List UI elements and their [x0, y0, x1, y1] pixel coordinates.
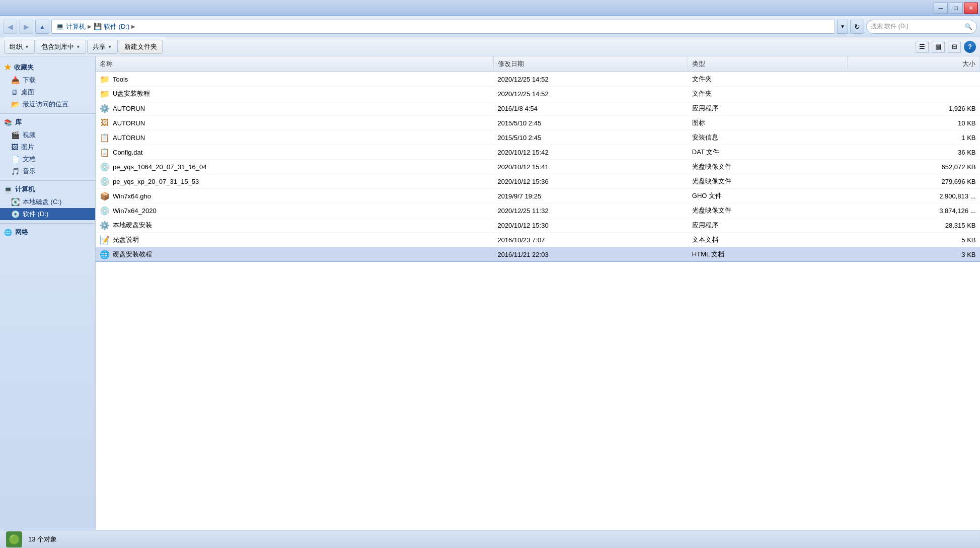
file-icon: 📁: [100, 89, 110, 99]
breadcrumb-computer[interactable]: 计算机: [66, 22, 86, 31]
forward-button[interactable]: ▶: [19, 20, 33, 34]
file-icon: 📦: [100, 191, 110, 201]
titlebar: ─ □ ✕: [0, 0, 980, 16]
sidebar-item-desktop[interactable]: 🖥 桌面: [0, 86, 95, 98]
table-row[interactable]: 🖼 AUTORUN 2015/5/10 2:45 图标 10 KB: [96, 116, 980, 130]
file-icon: 📁: [100, 74, 110, 84]
up-button[interactable]: ▲: [35, 20, 49, 34]
file-type: 光盘映像文件: [688, 160, 847, 174]
file-size: 1 KB: [847, 130, 980, 145]
c-drive-icon: 💽: [11, 198, 20, 206]
sidebar-network-header[interactable]: 🌐 网络: [0, 226, 95, 239]
sidebar-library-header[interactable]: 📚 库: [0, 116, 95, 129]
file-type: 文件夹: [688, 87, 847, 101]
organize-arrow: ▼: [25, 44, 29, 49]
file-icon: 📋: [100, 147, 110, 157]
video-icon: 🎬: [11, 131, 20, 139]
file-area: 名称 修改日期 类型 大小 📁 Tools 2020/12/25 14:52 文…: [96, 56, 980, 530]
table-row[interactable]: 📝 光盘说明 2016/10/23 7:07 文本文档 5 KB: [96, 233, 980, 247]
minimize-button[interactable]: ─: [934, 3, 948, 14]
maximize-button[interactable]: □: [949, 3, 963, 14]
file-size: [847, 72, 980, 87]
address-dropdown[interactable]: ▼: [837, 20, 848, 34]
file-name: 光盘说明: [113, 235, 139, 244]
col-size[interactable]: 大小: [847, 56, 980, 72]
view-details-button[interactable]: ▤: [932, 41, 945, 53]
file-type: HTML 文档: [688, 247, 847, 262]
file-icon: ⚙️: [100, 220, 110, 230]
include-library-button[interactable]: 包含到库中 ▼: [36, 40, 86, 54]
sidebar-d-drive-label: 软件 (D:): [23, 210, 48, 219]
file-name-cell: 📦 Win7x64.gho: [96, 189, 493, 203]
table-row[interactable]: 🌐 硬盘安装教程 2016/11/21 22:03 HTML 文档 3 KB: [96, 247, 980, 262]
col-type[interactable]: 类型: [688, 56, 847, 72]
sidebar: ★ 收藏夹 📥 下载 🖥 桌面 📂 最近访问的位置 📚 库: [0, 56, 96, 530]
col-name[interactable]: 名称: [96, 56, 493, 72]
sidebar-computer-header[interactable]: 💻 计算机: [0, 183, 95, 196]
search-bar[interactable]: 搜索 软件 (D:) 🔍: [866, 20, 977, 34]
file-type: 应用程序: [688, 218, 847, 233]
file-name-cell: ⚙️ AUTORUN: [96, 101, 493, 116]
file-size: 3,874,126 ...: [847, 203, 980, 218]
file-name: 硬盘安装教程: [113, 250, 152, 259]
file-name: Win7x64.gho: [113, 192, 151, 200]
sidebar-divider3: [0, 223, 95, 224]
refresh-button[interactable]: ↻: [850, 20, 864, 34]
organize-label: 组织: [10, 42, 23, 51]
desktop-icon: 🖥: [11, 88, 18, 96]
back-button[interactable]: ◀: [3, 20, 17, 34]
file-type: 应用程序: [688, 101, 847, 116]
file-icon: ⚙️: [100, 103, 110, 113]
sidebar-item-download[interactable]: 📥 下载: [0, 74, 95, 86]
file-name: AUTORUN: [113, 105, 145, 112]
table-row[interactable]: 💿 pe_yqs_1064_20_07_31_16_04 2020/10/12 …: [96, 160, 980, 174]
organize-button[interactable]: 组织 ▼: [4, 40, 35, 54]
table-row[interactable]: 📁 Tools 2020/12/25 14:52 文件夹: [96, 72, 980, 87]
close-button[interactable]: ✕: [964, 3, 978, 14]
sidebar-item-pictures[interactable]: 🖼 图片: [0, 141, 95, 153]
table-row[interactable]: ⚙️ 本地硬盘安装 2020/10/12 15:30 应用程序 28,315 K…: [96, 218, 980, 233]
table-row[interactable]: ⚙️ AUTORUN 2016/1/8 4:54 应用程序 1,926 KB: [96, 101, 980, 116]
table-row[interactable]: 📁 U盘安装教程 2020/12/25 14:52 文件夹: [96, 87, 980, 101]
sidebar-item-documents[interactable]: 📄 文档: [0, 153, 95, 165]
statusbar: 🟢 13 个对象: [0, 530, 980, 548]
breadcrumb-drive[interactable]: 软件 (D:): [104, 22, 129, 31]
file-name-cell: 📁 Tools: [96, 72, 493, 87]
sidebar-item-d-drive[interactable]: 💿 软件 (D:): [0, 208, 95, 220]
sidebar-c-drive-label: 本地磁盘 (C:): [23, 197, 61, 207]
file-modified: 2015/5/10 2:45: [493, 116, 688, 130]
sidebar-favorites-header[interactable]: ★ 收藏夹: [0, 60, 95, 74]
pictures-icon: 🖼: [11, 143, 18, 151]
file-type: 安装信息: [688, 130, 847, 145]
col-modified[interactable]: 修改日期: [493, 56, 688, 72]
help-button[interactable]: ?: [964, 41, 976, 53]
sidebar-item-recent[interactable]: 📂 最近访问的位置: [0, 98, 95, 110]
new-folder-label: 新建文件夹: [124, 42, 157, 51]
recent-icon: 📂: [11, 100, 20, 108]
file-name-cell: 💿 Win7x64_2020: [96, 203, 493, 218]
file-modified: 2020/12/25 11:32: [493, 203, 688, 218]
table-row[interactable]: 📋 AUTORUN 2015/5/10 2:45 安装信息 1 KB: [96, 130, 980, 145]
sidebar-item-music[interactable]: 🎵 音乐: [0, 165, 95, 177]
new-folder-button[interactable]: 新建文件夹: [119, 40, 163, 54]
file-type: GHO 文件: [688, 189, 847, 203]
table-row[interactable]: 💿 Win7x64_2020 2020/12/25 11:32 光盘映像文件 3…: [96, 203, 980, 218]
table-row[interactable]: 📋 Config.dat 2020/10/12 15:42 DAT 文件 36 …: [96, 145, 980, 160]
file-size: 10 KB: [847, 116, 980, 130]
file-size: 28,315 KB: [847, 218, 980, 233]
file-table: 名称 修改日期 类型 大小 📁 Tools 2020/12/25 14:52 文…: [96, 56, 980, 262]
library-icon: 📚: [4, 119, 12, 126]
table-row[interactable]: 📦 Win7x64.gho 2019/9/7 19:25 GHO 文件 2,90…: [96, 189, 980, 203]
view-extra-button[interactable]: ⊟: [948, 41, 961, 53]
file-icon: 📝: [100, 235, 110, 245]
sidebar-item-video[interactable]: 🎬 视频: [0, 129, 95, 141]
file-name: 本地硬盘安装: [113, 221, 152, 230]
sidebar-item-c-drive[interactable]: 💽 本地磁盘 (C:): [0, 196, 95, 208]
download-icon: 📥: [11, 76, 20, 84]
share-label: 共享: [93, 42, 106, 51]
file-name: AUTORUN: [113, 119, 145, 127]
share-button[interactable]: 共享 ▼: [87, 40, 118, 54]
table-row[interactable]: 💿 pe_yqs_xp_20_07_31_15_53 2020/10/12 15…: [96, 174, 980, 189]
file-modified: 2016/10/23 7:07: [493, 233, 688, 247]
view-toggle-button[interactable]: ☰: [916, 41, 929, 53]
